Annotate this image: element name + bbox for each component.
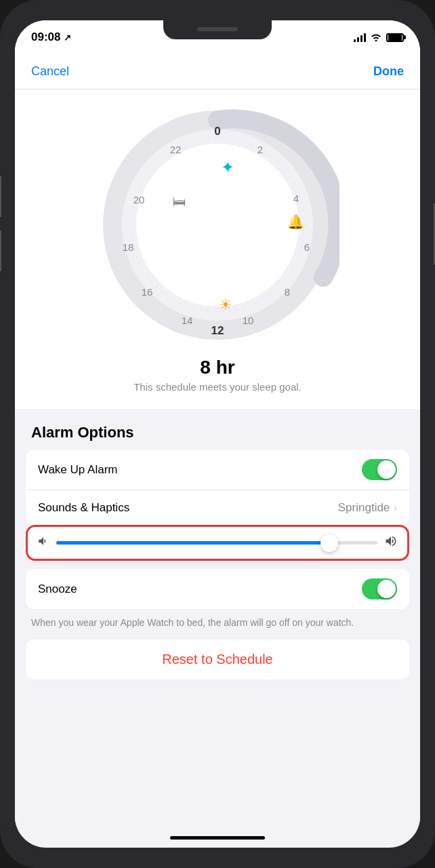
bed-icon: 🛏 [173, 194, 186, 210]
wake-up-alarm-toggle[interactable] [362, 459, 397, 480]
snooze-row[interactable]: Snooze [26, 569, 409, 609]
done-button[interactable]: Done [373, 64, 404, 79]
chevron-right-icon: › [394, 502, 397, 513]
screen: 09:08 ↗ [15, 20, 420, 848]
clock-num-10: 10 [243, 315, 254, 326]
schedule-note: This schedule meets your sleep goal. [133, 381, 302, 393]
wifi-icon [370, 32, 382, 43]
clock-num-4: 4 [293, 193, 299, 204]
signal-icon [354, 33, 366, 42]
clock-num-16: 16 [142, 286, 153, 298]
sleep-star-icon: ✦ [221, 158, 234, 177]
sounds-haptics-value: Springtide [338, 501, 390, 515]
volume-down-button[interactable] [0, 231, 1, 271]
reset-to-schedule-button[interactable]: Reset to Schedule [26, 639, 409, 679]
status-time: 09:08 ↗ [31, 31, 71, 44]
bell-icon: 🔔 [287, 214, 304, 230]
duration-display: 8 hr [200, 357, 234, 378]
volume-slider-fill [56, 541, 329, 545]
time-display: 09:08 [31, 31, 60, 44]
clock-section: 0 2 4 6 8 10 12 14 [15, 90, 420, 409]
cancel-button[interactable]: Cancel [31, 64, 69, 79]
clock-num-22: 22 [170, 144, 182, 155]
sun-icon: ☀ [219, 296, 232, 314]
volume-low-icon [37, 535, 49, 551]
volume-slider-section[interactable] [26, 525, 409, 561]
snooze-toggle-thumb [377, 580, 396, 598]
watch-info-text: When you wear your Apple Watch to bed, t… [31, 616, 404, 630]
volume-slider-container [37, 534, 398, 551]
volume-slider-thumb[interactable] [320, 534, 338, 552]
alarm-options-group: Wake Up Alarm Sounds & Haptics Springtid… [26, 450, 409, 525]
wake-up-alarm-label: Wake Up Alarm [38, 463, 117, 477]
toggle-thumb [377, 460, 396, 479]
clock-num-8: 8 [285, 286, 290, 298]
clock-num-18: 18 [123, 241, 134, 253]
phone-frame: 09:08 ↗ [0, 0, 435, 868]
reset-button-container: Reset to Schedule [26, 639, 409, 679]
wake-up-alarm-row[interactable]: Wake Up Alarm [26, 450, 409, 490]
home-indicator[interactable] [170, 836, 265, 840]
notch [163, 20, 272, 39]
volume-high-icon [384, 534, 398, 551]
alarm-options-title: Alarm Options [15, 409, 420, 450]
clock-dial[interactable]: 0 2 4 6 8 10 12 14 [96, 103, 339, 347]
sounds-haptics-right: Springtide › [338, 501, 397, 515]
clock-num-14: 14 [182, 315, 193, 326]
location-icon: ↗ [64, 33, 71, 43]
speaker [197, 27, 238, 31]
volume-up-button[interactable] [0, 176, 1, 217]
volume-slider-track[interactable] [56, 541, 377, 545]
sounds-haptics-label: Sounds & Haptics [38, 501, 129, 515]
nav-bar: Cancel Done [15, 54, 420, 90]
clock-num-6: 6 [304, 241, 310, 253]
status-icons [354, 32, 404, 43]
clock-num-2: 2 [257, 144, 263, 155]
battery-icon [386, 33, 404, 42]
clock-num-0: 0 [214, 125, 220, 138]
scroll-content: 0 2 4 6 8 10 12 14 [15, 90, 420, 836]
snooze-label: Snooze [38, 583, 77, 596]
clock-labels: 0 2 4 6 8 10 12 14 [96, 103, 339, 347]
clock-num-20: 20 [133, 194, 145, 205]
snooze-toggle[interactable] [362, 578, 397, 599]
snooze-group: Snooze [26, 569, 409, 609]
clock-num-12: 12 [211, 324, 224, 338]
sounds-haptics-row[interactable]: Sounds & Haptics Springtide › [26, 490, 409, 525]
